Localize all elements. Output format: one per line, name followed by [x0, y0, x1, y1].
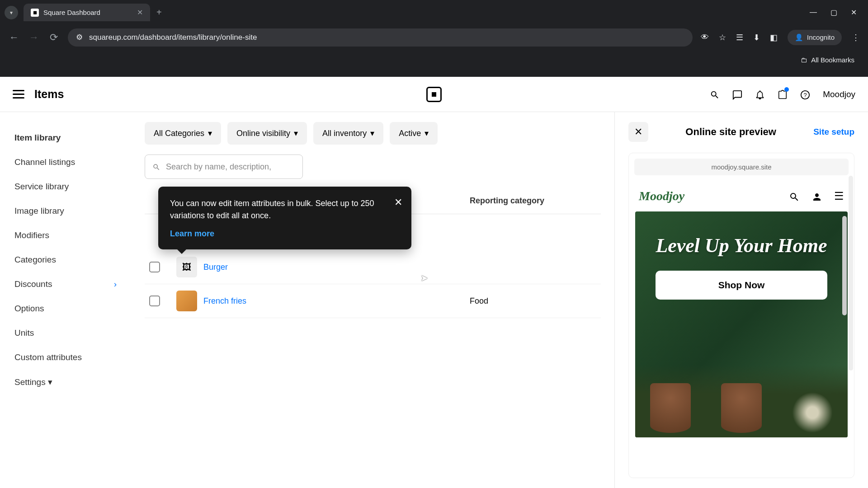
sidebar-item-label: Image library — [14, 206, 64, 216]
reload-button[interactable]: ⟳ — [48, 32, 60, 43]
row-checkbox[interactable] — [149, 262, 160, 272]
site-settings-icon[interactable]: ⚙ — [76, 33, 83, 42]
browser-tab[interactable]: ◼ Square Dashboard ✕ — [24, 4, 150, 21]
downloads-icon[interactable]: ⬇ — [753, 33, 760, 42]
preview-panel: ✕ Online site preview Site setup moodjoy… — [615, 112, 868, 488]
sidebar-item-discounts[interactable]: Discounts› — [0, 272, 131, 296]
app-header: Items ? Moodjoy — [0, 77, 868, 112]
app: Items ? Moodjoy Item library Channel lis… — [0, 77, 868, 488]
menu-button[interactable] — [13, 90, 24, 99]
site-preview-content: Moodjoy ☰ Level Up Your Home Shop Now — [629, 181, 854, 478]
menu-icon[interactable]: ⋮ — [852, 33, 860, 42]
filter-label: All inventory — [322, 129, 367, 138]
item-thumbnail: 🖼 — [176, 257, 197, 277]
search-input[interactable]: Search by name, description, — [145, 155, 303, 179]
clipboard-icon[interactable] — [778, 89, 788, 100]
sidebar-item-channel-listings[interactable]: Channel listings — [0, 150, 131, 174]
item-thumbnail — [176, 291, 197, 311]
sidebar-item-options[interactable]: Options — [0, 296, 131, 321]
close-tab-icon[interactable]: ✕ — [137, 8, 143, 17]
url-bar: ← → ⟳ ⚙ squareup.com/dashboard/items/lib… — [0, 25, 868, 50]
incognito-icon: 👤 — [795, 33, 803, 42]
page-title: Items — [34, 88, 64, 101]
sidebar-item-label: Settings — [14, 377, 46, 387]
sidebar-item-service-library[interactable]: Service library — [0, 174, 131, 199]
plant-image — [650, 383, 691, 433]
window-controls: — ▢ ✕ — [810, 8, 868, 17]
incognito-chip[interactable]: 👤 Incognito — [788, 30, 842, 45]
sidebar-item-label: Discounts — [14, 279, 52, 289]
preview-frame: moodjoy.square.site Moodjoy ☰ Level Up Y… — [628, 153, 854, 478]
sidebar-item-label: Options — [14, 304, 44, 314]
help-icon[interactable]: ? — [800, 89, 810, 100]
eye-off-icon[interactable]: 👁 — [701, 33, 709, 42]
learn-more-link[interactable]: Learn more — [170, 229, 214, 239]
sidebar-item-settings[interactable]: Settings ▾ — [0, 370, 131, 394]
hero-section: Level Up Your Home Shop Now — [635, 211, 848, 437]
table-row[interactable]: 🖼 Burger — [145, 250, 601, 284]
search-icon[interactable] — [710, 89, 720, 100]
shop-now-button[interactable]: Shop Now — [656, 271, 827, 300]
reading-list-icon[interactable]: ☰ — [736, 33, 743, 42]
item-name-link[interactable]: French fries — [203, 296, 470, 306]
bell-icon[interactable] — [755, 89, 765, 100]
filter-bar: All Categories▾ Online visibility▾ All i… — [145, 122, 601, 145]
sidebar-item-custom-attributes[interactable]: Custom attributes — [0, 345, 131, 370]
close-preview-button[interactable]: ✕ — [628, 122, 648, 142]
square-logo-icon[interactable] — [426, 87, 442, 102]
sidebar-item-label: Modifiers — [14, 230, 49, 240]
maximize-icon[interactable]: ▢ — [830, 8, 837, 17]
sidebar: Item library Channel listings Service li… — [0, 112, 131, 488]
folder-icon: 🗀 — [801, 56, 807, 64]
table-row[interactable]: French fries Food — [145, 284, 601, 318]
filter-categories[interactable]: All Categories▾ — [145, 122, 221, 145]
row-checkbox[interactable] — [149, 296, 160, 306]
filter-inventory[interactable]: All inventory▾ — [313, 122, 383, 145]
tab-search-button[interactable]: ▾ — [5, 6, 18, 19]
sidebar-item-units[interactable]: Units — [0, 321, 131, 345]
filter-label: Active — [399, 129, 421, 138]
site-logo[interactable]: Moodjoy — [639, 189, 684, 203]
filter-visibility[interactable]: Online visibility▾ — [227, 122, 307, 145]
preview-header: ✕ Online site preview Site setup — [628, 122, 854, 142]
tooltip-text: You can now edit item attributes in bulk… — [170, 197, 400, 222]
filter-status[interactable]: Active▾ — [390, 122, 438, 145]
site-user-icon[interactable] — [811, 190, 822, 202]
sidebar-item-label: Units — [14, 328, 34, 338]
address-bar[interactable]: ⚙ squareup.com/dashboard/items/library/o… — [68, 28, 693, 47]
close-window-icon[interactable]: ✕ — [851, 8, 857, 17]
site-menu-icon[interactable]: ☰ — [834, 190, 844, 202]
browser-chrome: ▾ ◼ Square Dashboard ✕ + — ▢ ✕ ← → ⟳ ⚙ s… — [0, 0, 868, 77]
site-setup-link[interactable]: Site setup — [813, 127, 854, 137]
cursor-icon: ➤ — [420, 272, 428, 283]
scrollbar[interactable] — [849, 176, 853, 371]
minimize-icon[interactable]: — — [810, 8, 817, 17]
column-reporting-category[interactable]: Reporting category — [470, 196, 596, 206]
side-panel-icon[interactable]: ◧ — [770, 33, 778, 42]
all-bookmarks-link[interactable]: All Bookmarks — [811, 56, 854, 64]
sidebar-item-label: Channel listings — [14, 157, 75, 167]
bookmark-star-icon[interactable]: ☆ — [719, 33, 726, 42]
sidebar-item-modifiers[interactable]: Modifiers — [0, 223, 131, 248]
sidebar-item-label: Custom attributes — [14, 352, 82, 362]
forward-button[interactable]: → — [28, 32, 40, 43]
sidebar-item-image-library[interactable]: Image library — [0, 199, 131, 223]
user-menu[interactable]: Moodjoy — [823, 89, 855, 99]
item-name-link[interactable]: Burger — [203, 263, 470, 272]
preview-url: moodjoy.square.site — [634, 159, 849, 175]
preview-title: Online site preview — [657, 126, 804, 138]
url-text: squareup.com/dashboard/items/library/onl… — [89, 33, 257, 42]
tab-bar: ▾ ◼ Square Dashboard ✕ + — ▢ ✕ — [0, 0, 868, 25]
new-tab-button[interactable]: + — [156, 7, 162, 18]
back-button[interactable]: ← — [8, 32, 20, 43]
chat-icon[interactable] — [732, 89, 742, 100]
notification-dot — [784, 87, 789, 92]
site-search-icon[interactable] — [789, 190, 800, 202]
plant-image — [792, 392, 833, 433]
site-header: Moodjoy ☰ — [635, 181, 848, 211]
sidebar-item-categories[interactable]: Categories — [0, 248, 131, 272]
tab-title: Square Dashboard — [43, 9, 100, 16]
sidebar-item-item-library[interactable]: Item library — [0, 126, 131, 150]
close-tooltip-button[interactable]: ✕ — [394, 197, 402, 208]
inner-scrollbar[interactable] — [842, 216, 847, 315]
